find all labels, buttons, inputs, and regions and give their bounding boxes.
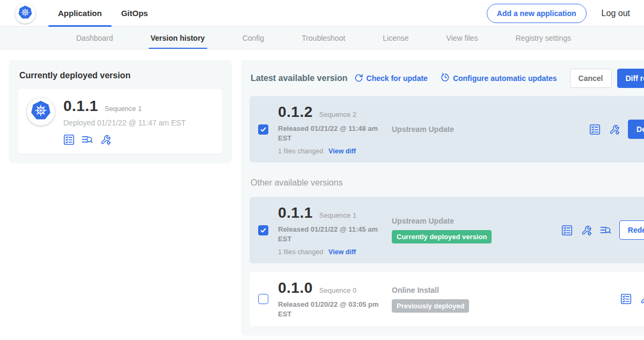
wrench-gear-icon[interactable] (609, 124, 620, 135)
kubernetes-logo (15, 3, 35, 24)
status-badge: Previously deployed (392, 299, 469, 313)
lines-magnifier-icon[interactable] (600, 225, 611, 236)
panel-header: Latest available version Check for updat… (250, 69, 644, 88)
status-badge: Currently deployed version (392, 230, 492, 243)
tab-dashboard[interactable]: Dashboard (74, 27, 115, 49)
version-info: 0.1.0 Sequence 0 Released 01/20/22 @ 03:… (278, 279, 392, 319)
row-actions: Redeploy (561, 220, 644, 240)
tab-license[interactable]: License (380, 27, 411, 49)
wrench-eye-icon[interactable] (640, 293, 644, 305)
source-label: Upstream Update (392, 125, 589, 134)
nav-tab-application[interactable]: Application (55, 0, 105, 27)
version-source: Upstream Update (392, 125, 589, 134)
version-row: 0.1.0 Sequence 0 Released 01/20/22 @ 03:… (250, 272, 644, 326)
version-number: 0.1.1 (278, 204, 313, 221)
version-checkbox[interactable] (258, 225, 268, 235)
source-label: Online Install (392, 286, 620, 294)
kubernetes-wheel-icon (30, 100, 52, 123)
configure-updates-label: Configure automatic updates (453, 74, 557, 83)
released-timestamp: Released 01/20/22 @ 03:05 pm EST (278, 300, 381, 319)
deployed-timestamp: Deployed 01/21/22 @ 11:47 am EST (63, 119, 186, 127)
preflight-checklist-icon[interactable] (63, 134, 75, 145)
sequence-label: Sequence 0 (319, 286, 356, 294)
version-row: 0.1.2 Sequence 2 Released 01/21/22 @ 11:… (250, 96, 644, 162)
deployed-version-actions (63, 134, 186, 145)
other-available-versions-title: Other available versions (251, 178, 644, 188)
wrench-gear-icon[interactable] (581, 225, 592, 236)
tab-version-history[interactable]: Version history (149, 27, 207, 49)
tab-view-files[interactable]: View files (444, 27, 480, 49)
latest-available-title: Latest available version (251, 73, 348, 83)
nav-tab-gitops-label: GitOps (121, 9, 148, 18)
source-label: Upstream Update (392, 217, 561, 225)
deployed-sequence-label: Sequence 1 (105, 105, 142, 113)
edit-config-icon[interactable] (100, 134, 111, 145)
cancel-button[interactable]: Cancel (570, 69, 612, 88)
sequence-label: Sequence 2 (319, 110, 356, 119)
redeploy-button[interactable]: Redeploy (619, 220, 644, 240)
currently-deployed-title: Currently deployed version (19, 71, 222, 80)
configure-automatic-updates-link[interactable]: Configure automatic updates (441, 73, 557, 84)
tab-registry-settings[interactable]: Registry settings (513, 27, 573, 49)
app-logo (27, 98, 55, 125)
checklist-icon[interactable] (620, 293, 632, 305)
released-timestamp: Released 01/21/22 @ 11:45 am EST (278, 225, 381, 243)
checklist-icon[interactable] (561, 225, 573, 236)
version-checkbox[interactable] (258, 124, 268, 135)
nav-tab-application-label: Application (58, 9, 102, 18)
version-row: 0.1.1 Sequence 1 Released 01/21/22 @ 11:… (250, 197, 644, 263)
version-number: 0.1.0 (278, 279, 313, 297)
tab-config[interactable]: Config (240, 27, 266, 49)
main-content: Currently deployed version 0.1.1 Sequenc… (0, 49, 644, 336)
nav-tab-gitops[interactable]: GitOps (118, 0, 151, 27)
checklist-icon[interactable] (589, 124, 601, 135)
row-actions: Deploy (589, 120, 644, 139)
deploy-button[interactable]: Deploy (628, 120, 644, 139)
view-diff-link[interactable]: View diff (328, 147, 356, 155)
version-source: Online Install Previously deployed (392, 286, 620, 313)
version-info: 0.1.2 Sequence 2 Released 01/21/22 @ 11:… (278, 104, 392, 155)
logout-link[interactable]: Log out (602, 9, 630, 18)
add-new-application-button[interactable]: Add a new application (487, 4, 587, 23)
tab-troubleshoot[interactable]: Troubleshoot (299, 27, 347, 49)
diff-releases-button[interactable]: Diff releases (617, 69, 644, 88)
files-line: 1 files changed View diff (278, 147, 392, 155)
kubernetes-wheel-icon (18, 5, 33, 22)
view-files-icon[interactable] (82, 134, 93, 145)
top-bar: Application GitOps Add a new application… (0, 0, 644, 27)
version-number: 0.1.2 (278, 104, 313, 121)
row-actions (620, 293, 644, 305)
version-source: Upstream Update Currently deployed versi… (392, 217, 561, 243)
currently-deployed-card: Currently deployed version 0.1.1 Sequenc… (9, 60, 232, 164)
deployed-version-card: 0.1.1 Sequence 1 Deployed 01/21/22 @ 11:… (18, 89, 222, 154)
app-subnav: Dashboard Version history Config Trouble… (0, 27, 644, 49)
version-info: 0.1.1 Sequence 1 Released 01/21/22 @ 11:… (278, 204, 392, 256)
schedule-clock-icon (441, 73, 450, 84)
available-versions-panel: Latest available version Check for updat… (241, 60, 644, 336)
sequence-label: Sequence 1 (319, 211, 356, 219)
check-for-update-label: Check for update (367, 74, 428, 83)
refresh-icon (354, 73, 363, 84)
version-checkbox[interactable] (258, 294, 268, 304)
released-timestamp: Released 01/21/22 @ 11:48 am EST (278, 124, 381, 143)
deployed-version-number: 0.1.1 (63, 98, 98, 115)
files-line: 1 files changed View diff (278, 248, 392, 256)
files-changed-label: 1 files changed (278, 147, 323, 155)
files-changed-label: 1 files changed (278, 248, 323, 256)
check-for-update-link[interactable]: Check for update (354, 73, 428, 84)
view-diff-link[interactable]: View diff (328, 248, 356, 256)
version-rows: 0.1.2 Sequence 2 Released 01/21/22 @ 11:… (250, 96, 644, 326)
